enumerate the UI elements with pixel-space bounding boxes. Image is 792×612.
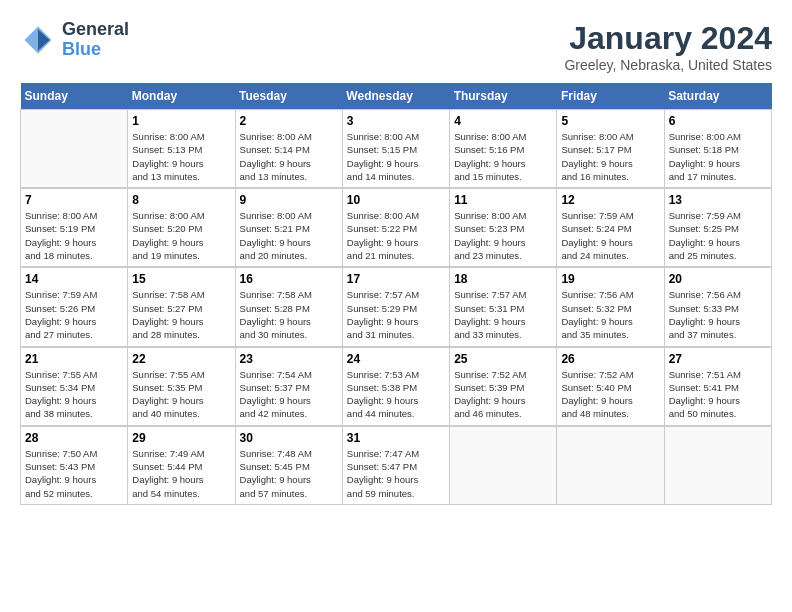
day-cell: 29Sunrise: 7:49 AMSunset: 5:44 PMDayligh… [128, 426, 235, 505]
day-info: Sunrise: 7:56 AMSunset: 5:33 PMDaylight:… [669, 288, 767, 341]
header-cell-friday: Friday [557, 83, 664, 110]
page-container: General Blue January 2024 Greeley, Nebra… [20, 20, 772, 505]
day-info: Sunrise: 7:53 AMSunset: 5:38 PMDaylight:… [347, 368, 445, 421]
day-info: Sunrise: 8:00 AMSunset: 5:14 PMDaylight:… [240, 130, 338, 183]
day-cell: 22Sunrise: 7:55 AMSunset: 5:35 PMDayligh… [128, 347, 235, 426]
day-cell: 17Sunrise: 7:57 AMSunset: 5:29 PMDayligh… [342, 267, 449, 346]
logo-general: General [62, 20, 129, 40]
day-number: 20 [669, 272, 767, 286]
day-cell: 4Sunrise: 8:00 AMSunset: 5:16 PMDaylight… [450, 110, 557, 189]
day-number: 25 [454, 352, 552, 366]
day-number: 15 [132, 272, 230, 286]
week-row-5: 28Sunrise: 7:50 AMSunset: 5:43 PMDayligh… [21, 426, 772, 505]
header-cell-wednesday: Wednesday [342, 83, 449, 110]
day-info: Sunrise: 7:56 AMSunset: 5:32 PMDaylight:… [561, 288, 659, 341]
day-info: Sunrise: 7:52 AMSunset: 5:40 PMDaylight:… [561, 368, 659, 421]
day-number: 26 [561, 352, 659, 366]
day-cell: 30Sunrise: 7:48 AMSunset: 5:45 PMDayligh… [235, 426, 342, 505]
logo-icon [20, 22, 56, 58]
day-info: Sunrise: 7:59 AMSunset: 5:24 PMDaylight:… [561, 209, 659, 262]
day-number: 3 [347, 114, 445, 128]
day-number: 21 [25, 352, 123, 366]
day-number: 10 [347, 193, 445, 207]
day-cell: 23Sunrise: 7:54 AMSunset: 5:37 PMDayligh… [235, 347, 342, 426]
day-number: 19 [561, 272, 659, 286]
day-info: Sunrise: 8:00 AMSunset: 5:17 PMDaylight:… [561, 130, 659, 183]
week-row-1: 1Sunrise: 8:00 AMSunset: 5:13 PMDaylight… [21, 110, 772, 189]
day-cell: 3Sunrise: 8:00 AMSunset: 5:15 PMDaylight… [342, 110, 449, 189]
day-cell: 11Sunrise: 8:00 AMSunset: 5:23 PMDayligh… [450, 188, 557, 267]
day-number: 8 [132, 193, 230, 207]
header-cell-sunday: Sunday [21, 83, 128, 110]
day-cell [664, 426, 771, 505]
day-info: Sunrise: 7:58 AMSunset: 5:27 PMDaylight:… [132, 288, 230, 341]
day-info: Sunrise: 7:55 AMSunset: 5:35 PMDaylight:… [132, 368, 230, 421]
day-number: 1 [132, 114, 230, 128]
day-info: Sunrise: 7:55 AMSunset: 5:34 PMDaylight:… [25, 368, 123, 421]
subtitle: Greeley, Nebraska, United States [564, 57, 772, 73]
day-cell: 21Sunrise: 7:55 AMSunset: 5:34 PMDayligh… [21, 347, 128, 426]
day-info: Sunrise: 8:00 AMSunset: 5:16 PMDaylight:… [454, 130, 552, 183]
day-cell: 9Sunrise: 8:00 AMSunset: 5:21 PMDaylight… [235, 188, 342, 267]
header-cell-tuesday: Tuesday [235, 83, 342, 110]
day-number: 13 [669, 193, 767, 207]
day-cell: 7Sunrise: 8:00 AMSunset: 5:19 PMDaylight… [21, 188, 128, 267]
day-info: Sunrise: 7:50 AMSunset: 5:43 PMDaylight:… [25, 447, 123, 500]
day-cell: 15Sunrise: 7:58 AMSunset: 5:27 PMDayligh… [128, 267, 235, 346]
week-row-2: 7Sunrise: 8:00 AMSunset: 5:19 PMDaylight… [21, 188, 772, 267]
day-cell [557, 426, 664, 505]
day-number: 6 [669, 114, 767, 128]
day-number: 22 [132, 352, 230, 366]
day-cell: 1Sunrise: 8:00 AMSunset: 5:13 PMDaylight… [128, 110, 235, 189]
day-cell: 28Sunrise: 7:50 AMSunset: 5:43 PMDayligh… [21, 426, 128, 505]
day-number: 16 [240, 272, 338, 286]
day-cell: 25Sunrise: 7:52 AMSunset: 5:39 PMDayligh… [450, 347, 557, 426]
day-cell: 27Sunrise: 7:51 AMSunset: 5:41 PMDayligh… [664, 347, 771, 426]
main-title: January 2024 [564, 20, 772, 57]
calendar-table: SundayMondayTuesdayWednesdayThursdayFrid… [20, 83, 772, 505]
day-number: 7 [25, 193, 123, 207]
day-number: 23 [240, 352, 338, 366]
day-info: Sunrise: 8:00 AMSunset: 5:15 PMDaylight:… [347, 130, 445, 183]
day-number: 4 [454, 114, 552, 128]
day-info: Sunrise: 8:00 AMSunset: 5:19 PMDaylight:… [25, 209, 123, 262]
day-cell: 12Sunrise: 7:59 AMSunset: 5:24 PMDayligh… [557, 188, 664, 267]
header-cell-thursday: Thursday [450, 83, 557, 110]
day-cell: 10Sunrise: 8:00 AMSunset: 5:22 PMDayligh… [342, 188, 449, 267]
title-section: January 2024 Greeley, Nebraska, United S… [564, 20, 772, 73]
header-cell-saturday: Saturday [664, 83, 771, 110]
day-cell: 24Sunrise: 7:53 AMSunset: 5:38 PMDayligh… [342, 347, 449, 426]
day-info: Sunrise: 7:58 AMSunset: 5:28 PMDaylight:… [240, 288, 338, 341]
day-cell: 13Sunrise: 7:59 AMSunset: 5:25 PMDayligh… [664, 188, 771, 267]
week-row-3: 14Sunrise: 7:59 AMSunset: 5:26 PMDayligh… [21, 267, 772, 346]
day-number: 27 [669, 352, 767, 366]
day-cell [21, 110, 128, 189]
day-info: Sunrise: 7:47 AMSunset: 5:47 PMDaylight:… [347, 447, 445, 500]
day-number: 14 [25, 272, 123, 286]
day-info: Sunrise: 8:00 AMSunset: 5:23 PMDaylight:… [454, 209, 552, 262]
day-number: 30 [240, 431, 338, 445]
header-cell-monday: Monday [128, 83, 235, 110]
day-info: Sunrise: 8:00 AMSunset: 5:13 PMDaylight:… [132, 130, 230, 183]
day-cell: 2Sunrise: 8:00 AMSunset: 5:14 PMDaylight… [235, 110, 342, 189]
day-info: Sunrise: 8:00 AMSunset: 5:21 PMDaylight:… [240, 209, 338, 262]
day-number: 2 [240, 114, 338, 128]
week-row-4: 21Sunrise: 7:55 AMSunset: 5:34 PMDayligh… [21, 347, 772, 426]
day-info: Sunrise: 7:48 AMSunset: 5:45 PMDaylight:… [240, 447, 338, 500]
day-info: Sunrise: 7:49 AMSunset: 5:44 PMDaylight:… [132, 447, 230, 500]
day-number: 18 [454, 272, 552, 286]
day-cell: 20Sunrise: 7:56 AMSunset: 5:33 PMDayligh… [664, 267, 771, 346]
day-number: 9 [240, 193, 338, 207]
day-cell: 6Sunrise: 8:00 AMSunset: 5:18 PMDaylight… [664, 110, 771, 189]
day-info: Sunrise: 7:52 AMSunset: 5:39 PMDaylight:… [454, 368, 552, 421]
header: General Blue January 2024 Greeley, Nebra… [20, 20, 772, 73]
header-row: SundayMondayTuesdayWednesdayThursdayFrid… [21, 83, 772, 110]
day-info: Sunrise: 7:57 AMSunset: 5:29 PMDaylight:… [347, 288, 445, 341]
day-number: 5 [561, 114, 659, 128]
day-info: Sunrise: 8:00 AMSunset: 5:22 PMDaylight:… [347, 209, 445, 262]
day-info: Sunrise: 8:00 AMSunset: 5:18 PMDaylight:… [669, 130, 767, 183]
day-number: 24 [347, 352, 445, 366]
day-cell: 8Sunrise: 8:00 AMSunset: 5:20 PMDaylight… [128, 188, 235, 267]
day-cell: 26Sunrise: 7:52 AMSunset: 5:40 PMDayligh… [557, 347, 664, 426]
day-number: 11 [454, 193, 552, 207]
